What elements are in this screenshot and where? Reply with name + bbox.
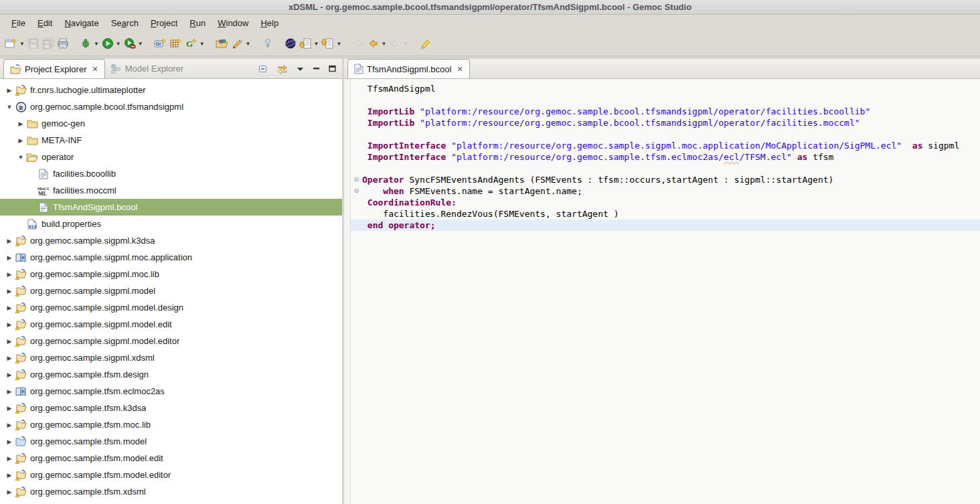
edit-marker-button[interactable]: ▼ — [230, 34, 252, 53]
menu-file[interactable]: File — [5, 16, 31, 31]
expand-collapsed-icon[interactable]: ▶ — [4, 472, 15, 479]
pin-editor-button[interactable] — [260, 34, 275, 53]
expand-collapsed-icon[interactable]: ▶ — [4, 305, 15, 311]
new-gemoc-dropdown-arrow-icon[interactable]: ▼ — [199, 41, 205, 47]
tree-item-org-gemoc-sample-sigpml-model-design[interactable]: ▶!org.gemoc.sample.sigpml.model.design — [0, 299, 342, 316]
menu-help[interactable]: Help — [254, 16, 284, 31]
code-line-7: ImportInterface "platform:/resource/org.… — [351, 151, 980, 163]
menu-search[interactable]: Search — [105, 16, 145, 31]
run-button[interactable]: ▼ — [100, 34, 122, 53]
expand-collapsed-icon[interactable]: ▶ — [15, 120, 26, 127]
tree-item-org-gemoc-sample-sigpml-moc-lib[interactable]: ▶!org.gemoc.sample.sigpml.moc.lib — [0, 266, 342, 282]
previous-annotation-dropdown-arrow-icon[interactable]: ▼ — [336, 41, 341, 47]
link-with-editor-button[interactable] — [276, 64, 289, 74]
keyword-token: when — [383, 186, 404, 196]
tree-item-operator[interactable]: ▼operator — [0, 149, 342, 165]
menu-window[interactable]: Window — [212, 16, 254, 31]
tree-item-meta-inf[interactable]: ▶META-INF — [0, 132, 342, 149]
back-history-dropdown-arrow-icon[interactable]: ▼ — [381, 41, 386, 47]
expand-collapsed-icon[interactable]: ▶ — [4, 455, 15, 462]
expand-collapsed-icon[interactable]: ▶ — [4, 355, 15, 361]
back-history-button[interactable]: ▼ — [365, 34, 388, 53]
tree-item-org-gemoc-sample-sigpml-xdsml[interactable]: ▶!org.gemoc.sample.sigpml.xdsml — [0, 349, 342, 366]
tree-item-org-gemoc-sample-sigpml-k3dsa[interactable]: ▶!org.gemoc.sample.sigpml.k3dsa — [0, 232, 342, 249]
menu-project[interactable]: Project — [145, 16, 183, 31]
expand-collapsed-icon[interactable]: ▶ — [4, 254, 15, 261]
fold-collapse-icon[interactable]: ⊖ — [351, 174, 362, 185]
tree-item-org-gemoc-sample-sigpml-model-edit[interactable]: ▶!org.gemoc.sample.sigpml.model.edit — [0, 316, 342, 333]
annotation-ruler[interactable] — [344, 79, 351, 504]
tree-item-label: org.gemoc.sample.sigpml.model.edit — [30, 319, 172, 329]
edit-marker-dropdown-arrow-icon[interactable]: ▼ — [246, 41, 251, 47]
collapse-all-button[interactable] — [258, 64, 268, 74]
debug-button[interactable]: ▼ — [78, 34, 100, 53]
tree-item-build-properties[interactable]: 010build.properties — [0, 216, 342, 232]
minimize-button[interactable] — [313, 66, 321, 72]
tree-item-org-gemoc-sample-tfsm-model[interactable]: ▶org.gemoc.sample.tfsm.model — [0, 433, 342, 450]
expand-expanded-icon[interactable]: ▼ — [15, 154, 26, 161]
expand-collapsed-icon[interactable]: ▶ — [4, 321, 15, 328]
close-tab-icon[interactable]: ✕ — [457, 65, 463, 74]
expand-collapsed-icon[interactable]: ▶ — [4, 405, 15, 412]
tree-item-org-gemoc-sample-tfsm-model-editor[interactable]: ▶!org.gemoc.sample.tfsm.model.editor — [0, 467, 342, 483]
tree-item-org-gemoc-sample-tfsm-moc-lib[interactable]: ▶!org.gemoc.sample.tfsm.moc.lib — [0, 416, 342, 433]
tree-item-org-gemoc-sample-tfsm-xdsml[interactable]: ▶!org.gemoc.sample.tfsm.xdsml — [0, 483, 342, 500]
expand-collapsed-icon[interactable]: ▶ — [4, 388, 15, 395]
tree-item-org-gemoc-sample-tfsm-eclmoc2as[interactable]: ▶Eorg.gemoc.sample.tfsm.eclmoc2as — [0, 383, 342, 400]
expand-collapsed-icon[interactable]: ▶ — [4, 489, 15, 495]
menu-navigate[interactable]: Navigate — [58, 16, 104, 31]
new-diagram-button[interactable]: Gr — [153, 34, 168, 53]
code-editor[interactable]: TfsmAndSigpml ImportLib "platform:/resou… — [344, 79, 980, 504]
tree-item-org-gemoc-sample-sigpml-model[interactable]: ▶!org.gemoc.sample.sigpml.model — [0, 282, 342, 299]
close-tab-icon[interactable]: ✕ — [92, 65, 98, 74]
view-menu-button[interactable] — [297, 66, 305, 72]
moccml-icon: MoCCML — [37, 185, 50, 196]
expand-expanded-icon[interactable]: ▼ — [4, 104, 15, 110]
debug-dropdown-arrow-icon[interactable]: ▼ — [94, 41, 99, 47]
expand-collapsed-icon[interactable]: ▶ — [4, 438, 15, 445]
tree-item-facilities-moccml[interactable]: MoCCMLfacilities.moccml — [0, 182, 342, 199]
new-button[interactable]: ▼ — [3, 34, 26, 53]
expand-collapsed-icon[interactable]: ▶ — [4, 87, 15, 94]
highlighter-button[interactable] — [418, 34, 432, 53]
tree-item-org-gemoc-sample-tfsm-design[interactable]: ▶!org.gemoc.sample.tfsm.design — [0, 366, 342, 383]
fold-collapse-icon[interactable]: ⊖ — [351, 185, 362, 197]
expand-collapsed-icon[interactable]: ▶ — [4, 371, 15, 378]
previous-annotation-button[interactable]: ▼ — [320, 34, 343, 53]
open-browser-button[interactable] — [283, 34, 298, 53]
expand-collapsed-icon[interactable]: ▶ — [4, 338, 15, 345]
run-dropdown-arrow-icon[interactable]: ▼ — [116, 41, 121, 47]
explorer-tab-project-explorer[interactable]: Project Explorer✕ — [3, 59, 105, 78]
tree-item-org-gemoc-sample-sigpml-moc-application[interactable]: ▶Eorg.gemoc.sample.sigpml.moc.applicatio… — [0, 249, 342, 266]
tree-item-org-gemoc-sample-tfsm-model-edit[interactable]: ▶!org.gemoc.sample.tfsm.model.edit — [0, 450, 342, 467]
tree-item-tfsmandsigpml-bcool[interactable]: TfsmAndSigpml.bcool — [0, 199, 342, 216]
explorer-tab-model-explorer[interactable]: Model Explorer — [105, 59, 189, 78]
expand-collapsed-icon[interactable]: ▶ — [4, 238, 15, 244]
next-annotation-button[interactable]: ▼ — [298, 34, 321, 53]
new-gemoc-button[interactable]: G▼ — [183, 34, 206, 53]
tree-item-fr-cnrs-luchogie-ultimateplotter[interactable]: ▶!fr.cnrs.luchogie.ultimateplotter — [0, 82, 342, 98]
tree-item-facilities-bcoollib[interactable]: facilities.bcoollib — [0, 165, 342, 182]
print-button[interactable] — [56, 34, 70, 53]
expand-collapsed-icon[interactable]: ▶ — [4, 271, 15, 278]
open-artifact-button[interactable] — [214, 34, 230, 53]
new-dropdown-arrow-icon[interactable]: ▼ — [19, 41, 25, 47]
tree-item-gemoc-gen[interactable]: ▶gemoc-gen — [0, 115, 342, 132]
expand-collapsed-icon[interactable]: ▶ — [15, 137, 26, 144]
tree-item-org-gemoc-sample-sigpml-model-editor[interactable]: ▶!org.gemoc.sample.sigpml.model.editor — [0, 333, 342, 349]
tree-item-org-gemoc-sample-bcool-tfsmandsigpml[interactable]: ▼Borg.gemoc.sample.bcool.tfsmandsigpml — [0, 98, 342, 115]
tree-item-label: operator — [42, 152, 74, 162]
run-external-dropdown-arrow-icon[interactable]: ▼ — [138, 41, 143, 47]
menu-run[interactable]: Run — [183, 16, 212, 31]
tree-item-org-gemoc-sample-tfsm-k3dsa[interactable]: ▶!org.gemoc.sample.tfsm.k3dsa — [0, 400, 342, 416]
properties-tree-icon: 010 — [26, 219, 38, 230]
run-external-button[interactable]: ▼ — [122, 34, 145, 53]
new-table-button[interactable] — [168, 34, 183, 53]
maximize-button[interactable] — [329, 65, 337, 72]
menu-edit[interactable]: Edit — [31, 16, 58, 31]
next-annotation-dropdown-arrow-icon[interactable]: ▼ — [314, 41, 319, 47]
expand-collapsed-icon[interactable]: ▶ — [4, 288, 15, 295]
expand-collapsed-icon[interactable]: ▶ — [4, 422, 15, 428]
code-token: TfsmAndSigpml — [362, 84, 436, 94]
editor-tab-tfsmandsigpml-bcool[interactable]: TfsmAndSigpml.bcool✕ — [347, 59, 470, 78]
